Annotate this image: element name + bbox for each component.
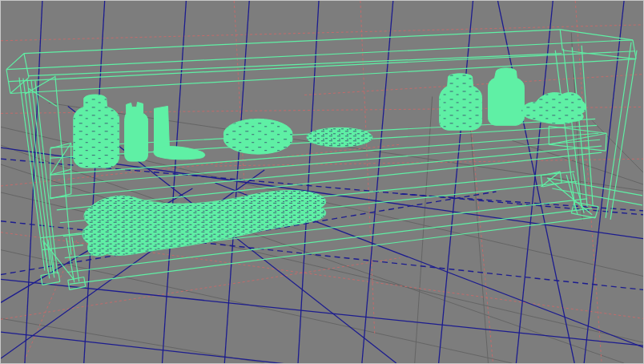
shallow-plate-speckle <box>307 127 372 147</box>
shelf-wireframe-line <box>68 280 70 289</box>
grid-line-navy <box>162 1 186 363</box>
grid-line-gray <box>1 250 512 363</box>
shelf-wireframe-line <box>6 54 24 70</box>
shelf-wireframe-line <box>606 133 606 151</box>
lying-utensil[interactable] <box>154 147 205 160</box>
shelf-wireframe-line <box>595 207 598 218</box>
shelf-wireframe-line <box>571 202 574 213</box>
shelf-wireframe-line <box>9 51 635 82</box>
shelf-wireframe-line <box>68 277 84 280</box>
shelf-wireframe-line <box>19 78 45 271</box>
right-jar-1-speckle <box>440 74 482 130</box>
pump-bottle[interactable] <box>125 102 148 161</box>
shelf-wireframe-line <box>10 59 636 94</box>
grid-line-navy <box>362 1 393 363</box>
right-jar-2[interactable] <box>488 68 524 125</box>
grid-line-navy <box>497 1 574 363</box>
shelf-wireframe-line <box>552 188 642 205</box>
shelf-wireframe-line <box>560 30 562 51</box>
grid-line-red-dashed <box>575 1 602 363</box>
large-jar-speckle <box>74 95 119 168</box>
viewport-canvas[interactable] <box>1 1 643 363</box>
shelf-wireframe-line <box>24 54 29 78</box>
shelf-wireframe-line <box>41 273 58 276</box>
grid-line-navy <box>1 332 643 363</box>
shelf-wireframe-line <box>549 126 606 133</box>
shelf-wireframe-line <box>24 30 560 54</box>
viewport-frame <box>0 0 644 364</box>
grid-line-red-dashed <box>1 25 643 41</box>
bowl-plate-speckle <box>223 119 292 154</box>
shelf-wireframe-line <box>31 80 54 273</box>
